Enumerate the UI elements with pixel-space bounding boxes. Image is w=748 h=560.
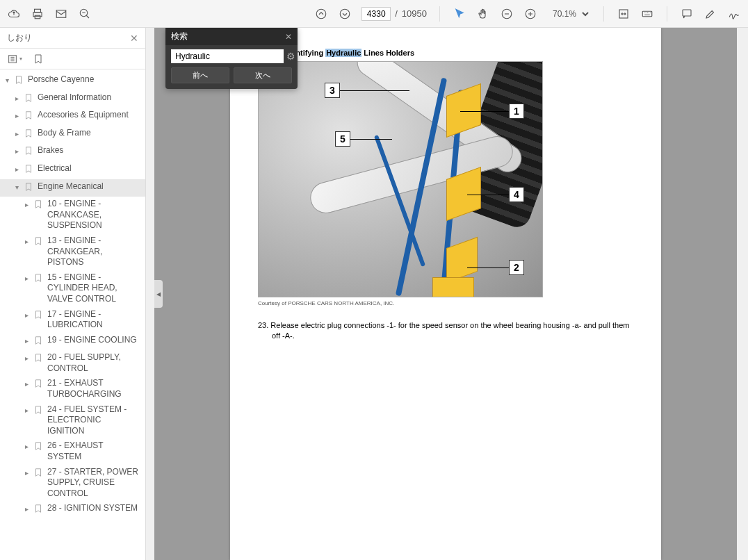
step-text: 23. Release electric plug connections -1… bbox=[258, 320, 633, 342]
figure-image: 1 2 3 4 5 bbox=[258, 61, 543, 297]
chevron-right-icon: ▸ bbox=[25, 200, 33, 209]
sidebar-scrollbar[interactable] bbox=[146, 28, 154, 560]
bookmark-icon bbox=[33, 405, 44, 418]
callout-3: 3 bbox=[325, 83, 340, 98]
callout-2: 2 bbox=[509, 260, 524, 275]
sign-icon[interactable] bbox=[727, 7, 741, 21]
tree-subitem[interactable]: ▸19 - ENGINE COOLING bbox=[0, 333, 145, 351]
page-total: 10950 bbox=[402, 8, 427, 19]
find-header: 検索 ✕ bbox=[165, 28, 298, 45]
sidebar-collapse-handle[interactable] bbox=[154, 280, 163, 308]
chevron-right-icon: ▸ bbox=[25, 442, 33, 451]
page-scroll-area[interactable]: Fig 13: Identifying Hydraulic Lines Hold… bbox=[154, 28, 737, 560]
bookmark-icon bbox=[24, 182, 35, 195]
tree-subitem[interactable]: ▸26 - EXHAUST SYSTEM bbox=[0, 438, 145, 464]
find-prev-button[interactable]: 前へ bbox=[171, 67, 229, 83]
tree-subitem[interactable]: ▸28 - IGNITION SYSTEM bbox=[0, 501, 145, 519]
bookmark-icon bbox=[33, 441, 44, 454]
tree-subitem[interactable]: ▸15 - ENGINE - CYLINDER HEAD, VALVE CONT… bbox=[0, 270, 145, 307]
bookmark-icon bbox=[24, 93, 35, 106]
find-panel: 検索 ✕ ⚙ 前へ 次へ bbox=[165, 28, 298, 89]
find-settings-icon[interactable]: ⚙ bbox=[286, 51, 295, 62]
bookmark-icon bbox=[24, 129, 35, 142]
find-close-icon[interactable]: ✕ bbox=[285, 32, 292, 42]
hand-icon[interactable] bbox=[476, 7, 490, 21]
tree-subitem[interactable]: ▸10 - ENGINE - CRANKCASE, SUSPENSION bbox=[0, 197, 145, 233]
pdf-page: Fig 13: Identifying Hydraulic Lines Hold… bbox=[230, 28, 661, 560]
page-down-icon[interactable] bbox=[338, 7, 352, 21]
sidebar-toolbar: ▾ bbox=[0, 49, 145, 69]
chevron-right-icon: ▸ bbox=[25, 311, 33, 320]
find-input[interactable] bbox=[171, 49, 284, 63]
print-icon[interactable] bbox=[31, 7, 44, 21]
bookmark-icon bbox=[33, 504, 44, 517]
main-toolbar: / 10950 70.1% bbox=[0, 0, 748, 28]
tree-item-selected[interactable]: ▾ Engine Mecanical bbox=[0, 179, 145, 197]
svg-rect-3 bbox=[56, 10, 66, 17]
keyboard-icon[interactable] bbox=[640, 7, 654, 21]
svg-rect-2 bbox=[35, 15, 40, 19]
pointer-icon[interactable] bbox=[453, 7, 466, 21]
tree-subitem[interactable]: ▸13 - ENGINE - CRANKGEAR, PISTONS bbox=[0, 233, 145, 270]
bookmark-icon bbox=[33, 273, 44, 286]
chevron-right-icon: ▸ bbox=[25, 379, 33, 388]
sidebar-title: しおり bbox=[7, 32, 32, 44]
page-current-input[interactable] bbox=[361, 7, 391, 21]
bookmark-icon bbox=[33, 336, 44, 349]
zoom-out-icon[interactable] bbox=[78, 7, 92, 21]
figure-title: Fig 13: Identifying Hydraulic Lines Hold… bbox=[258, 49, 633, 57]
callout-1: 1 bbox=[509, 104, 524, 119]
bookmark-icon bbox=[33, 379, 44, 392]
bookmark-icon bbox=[33, 236, 44, 249]
sidebar-options-icon[interactable]: ▾ bbox=[7, 51, 22, 67]
content-scrollbar[interactable] bbox=[737, 28, 748, 560]
find-title: 検索 bbox=[171, 31, 188, 42]
chevron-right-icon: ▸ bbox=[25, 336, 33, 345]
bookmark-icon bbox=[24, 146, 35, 159]
tree-item[interactable]: ▸Body & Frame bbox=[0, 126, 145, 144]
callout-5: 5 bbox=[335, 131, 350, 147]
find-next-button[interactable]: 次へ bbox=[234, 67, 292, 83]
tree-item[interactable]: ▸Electrical bbox=[0, 161, 145, 179]
bookmark-icon bbox=[14, 75, 25, 88]
chevron-right-icon: ▸ bbox=[25, 406, 33, 415]
bookmark-icon bbox=[24, 164, 35, 177]
tree-item[interactable]: ▸Brakes bbox=[0, 143, 145, 161]
tree-subitem[interactable]: ▸17 - ENGINE - LUBRICATION bbox=[0, 307, 145, 333]
bookmark-sidebar: しおり ✕ ▾ ▾ Porsche Cayenne ▸General Infor… bbox=[0, 28, 146, 560]
tree-item[interactable]: ▸Accesories & Equipment bbox=[0, 108, 145, 126]
tree-subitem[interactable]: ▸27 - STARTER, POWER SUPPLY, CRUISE CONT… bbox=[0, 465, 145, 502]
tree-root[interactable]: ▾ Porsche Cayenne bbox=[0, 72, 145, 90]
zoom-select[interactable]: 70.1% bbox=[547, 7, 591, 21]
svg-rect-10 bbox=[642, 11, 652, 17]
svg-rect-11 bbox=[683, 10, 691, 16]
figure-credit: Courtesy of PORSCHE CARS NORTH AMERICA, … bbox=[258, 300, 633, 306]
sidebar-close-icon[interactable]: ✕ bbox=[130, 33, 138, 44]
tree-item[interactable]: ▸General Information bbox=[0, 90, 145, 108]
chevron-down-icon: ▾ bbox=[15, 183, 24, 192]
sidebar-title-bar: しおり ✕ bbox=[0, 28, 145, 49]
page-up-icon[interactable] bbox=[314, 7, 328, 21]
chevron-right-icon: ▸ bbox=[15, 129, 24, 138]
svg-point-5 bbox=[316, 9, 326, 19]
tree-subitem[interactable]: ▸21 - EXHAUST TURBOCHARGING bbox=[0, 376, 145, 402]
chevron-down-icon: ▾ bbox=[6, 76, 14, 85]
cloud-upload-icon[interactable] bbox=[7, 7, 21, 21]
bookmark-tree: ▾ Porsche Cayenne ▸General Information▸A… bbox=[0, 69, 145, 560]
bookmark-icon bbox=[33, 310, 44, 323]
callout-4: 4 bbox=[509, 187, 524, 202]
tree-subitem[interactable]: ▸20 - FUEL SUPPLY, CONTROL bbox=[0, 350, 145, 376]
tree-subitem[interactable]: ▸24 - FUEL SYSTEM - ELECTRONIC IGNITION bbox=[0, 402, 145, 439]
bookmark-icon bbox=[33, 468, 44, 481]
zoom-plus-icon[interactable] bbox=[523, 7, 537, 21]
chevron-right-icon: ▸ bbox=[15, 94, 24, 103]
chevron-right-icon: ▸ bbox=[15, 165, 24, 174]
chevron-right-icon: ▸ bbox=[15, 147, 24, 156]
comment-icon[interactable] bbox=[680, 7, 694, 21]
sidebar-bookmark-icon[interactable] bbox=[31, 51, 46, 67]
highlight-icon[interactable] bbox=[704, 7, 717, 21]
zoom-minus-icon[interactable] bbox=[500, 7, 514, 21]
email-icon[interactable] bbox=[54, 7, 68, 21]
chevron-right-icon: ▸ bbox=[15, 111, 24, 120]
fit-width-icon[interactable] bbox=[617, 7, 631, 21]
